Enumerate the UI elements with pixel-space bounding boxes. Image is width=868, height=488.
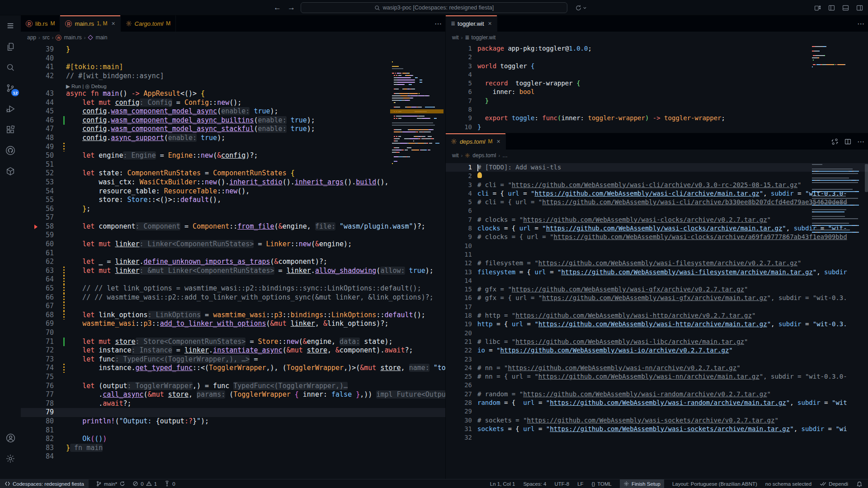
tab-main-rs[interactable]: R main.rs 1, M × [60, 15, 120, 32]
branch-indicator[interactable]: main* [96, 479, 125, 488]
open-changes-icon[interactable] [831, 138, 839, 145]
breadcrumb-item[interactable]: … [502, 152, 508, 159]
breadcrumb: app› src› R main.rs› main [21, 32, 445, 43]
gutter-modified-marker [63, 364, 65, 373]
breadcrumb-item[interactable]: toggler.wit [471, 34, 495, 41]
command-center-search[interactable]: wasip3-poc [Codespaces: redesigned fiest… [301, 2, 567, 13]
code-line: 13filesystem = { url = "https://github.c… [446, 268, 868, 277]
split-editor-icon[interactable] [844, 138, 852, 145]
toggle-sidebar-icon[interactable] [828, 4, 835, 12]
problems-indicator[interactable]: 0 1 [132, 479, 157, 488]
gutter-added-marker [63, 338, 65, 347]
minimap[interactable] [392, 61, 443, 287]
code-line: 1# [TODO]: Add wasi-tls [446, 163, 868, 172]
toggle-secondary-sidebar-icon[interactable] [856, 4, 863, 12]
close-icon[interactable]: × [488, 20, 492, 27]
sync-icon[interactable] [119, 481, 125, 487]
code-line: 83} fn main [21, 444, 445, 453]
tab-lib-rs[interactable]: R lib.rs M [21, 15, 60, 32]
code-line: 53 wasi_ctx: WasiCtxBuilder::new().inher… [21, 178, 445, 187]
breadcrumb-item[interactable]: wit [452, 34, 459, 41]
scrollbar[interactable] [865, 164, 868, 192]
indentation[interactable]: Spaces: 4 [523, 479, 546, 488]
code-line: 42// #[wit_bindgen::async] [21, 72, 445, 81]
rust-icon: R [65, 20, 72, 27]
editor-actions-more-icon[interactable]: ⋯ [434, 19, 442, 28]
code-line: 32 [446, 433, 868, 442]
close-icon[interactable]: × [496, 138, 500, 145]
minimap[interactable] [812, 164, 866, 236]
breadcrumb-item[interactable]: main [95, 34, 107, 41]
breadcrumb-item[interactable]: app [27, 34, 36, 41]
account-button[interactable] [0, 427, 21, 448]
sidebar-item-extensions[interactable] [0, 119, 21, 140]
code-line: 52 let state: ComponentRunStates = Compo… [21, 169, 445, 178]
schema-indicator[interactable]: no schema selected [765, 479, 811, 488]
code-line: 80 println!("Output: {output:?}"); [21, 417, 445, 426]
double-check-icon [820, 481, 826, 487]
breadcrumb-item[interactable]: deps.toml [472, 152, 496, 159]
editor-group-main: R lib.rs M R main.rs 1, M × Cargo.toml M… [21, 15, 446, 479]
codelens-link[interactable]: ◎ Debug [85, 84, 107, 89]
gutter-arrow-marker [34, 225, 38, 229]
sidebar-item-remote-explorer[interactable] [0, 161, 21, 182]
sidebar-item-search[interactable] [0, 57, 21, 78]
code-line: 72 let instance: Instance = linker.insta… [21, 346, 445, 355]
language-mode[interactable]: {} TOML [592, 479, 612, 488]
tab-deps-toml[interactable]: deps.toml M × [446, 133, 506, 150]
codelens-link[interactable]: ▶ Run [66, 84, 81, 89]
settings-button[interactable] [0, 448, 21, 469]
breadcrumb-item[interactable]: main.rs [64, 34, 81, 41]
wit-file-icon: ≣ [451, 20, 455, 27]
sidebar-item-source-control[interactable]: 12 [0, 78, 21, 99]
sidebar-item-github[interactable] [0, 140, 21, 161]
code-line: 49 [21, 143, 445, 152]
minimap[interactable] [812, 46, 866, 69]
code-line: 59 [21, 231, 445, 240]
close-icon[interactable]: × [111, 20, 115, 27]
toggle-panel-icon[interactable] [842, 4, 849, 12]
codelens[interactable]: ▶ Run | ◎ Debug [21, 80, 445, 89]
radio-tower-icon [164, 481, 170, 487]
code-editor-deps-toml[interactable]: 1# [TODO]: Add wasi-tls23# cli = "https:… [446, 161, 868, 479]
menu-button[interactable] [0, 15, 21, 36]
eol-sequence[interactable]: LF [577, 479, 583, 488]
code-editor-toggler-wit[interactable]: 1package app-pkg:toggler@1.0.0;2 3world … [446, 43, 868, 133]
breadcrumb-item[interactable]: wit [452, 152, 459, 159]
code-line: 23 [446, 355, 868, 364]
tab-toggler-wit[interactable]: ≣ toggler.wit × [446, 15, 497, 32]
sidebar-item-explorer[interactable] [0, 36, 21, 57]
codespaces-sync-icon[interactable] [575, 0, 587, 15]
tab-label: toggler.wit [458, 20, 484, 27]
finish-setup-button[interactable]: Finish Setup [620, 479, 664, 488]
code-line: 40 [21, 54, 445, 63]
tab-cargo-toml[interactable]: Cargo.toml M [121, 15, 176, 32]
nav-forward-icon[interactable]: → [288, 3, 295, 12]
editor-actions-more-icon[interactable]: ⋯ [857, 137, 864, 146]
cursor-position[interactable]: Ln 1, Col 1 [490, 479, 515, 488]
remote-indicator[interactable]: Codespaces: redesigned fiesta [0, 479, 89, 488]
code-editor-main-rs[interactable]: 39}40 41#[tokio::main]42// #[wit_bindgen… [21, 43, 445, 477]
dependi-indicator[interactable]: Dependi [820, 479, 848, 488]
code-line: 74 instance.get_typed_func::<(TogglerWra… [21, 364, 445, 373]
code-line: 43async fn main() -> AppResult<()> { [21, 89, 445, 99]
code-line: 75 [21, 373, 445, 382]
ports-indicator[interactable]: 0 [164, 479, 175, 488]
customize-layout-icon[interactable] [814, 4, 821, 12]
code-line: 73 let func: TypedFunc<(TogglerWrapper,)… [21, 355, 445, 364]
sidebar-item-run-debug[interactable] [0, 99, 21, 119]
code-line: 77 .call_async(&mut store, params: (Togg… [21, 390, 445, 399]
activity-bar: 12 [0, 15, 21, 479]
notifications-bell-icon[interactable] [856, 481, 863, 487]
github-icon [5, 145, 16, 156]
lightbulb-icon[interactable] [477, 172, 482, 178]
breadcrumb-item[interactable]: src [42, 34, 50, 41]
code-line: 24# nn = "https://github.com/WebAssembly… [446, 364, 868, 372]
code-line: 69 wasmtime_wasi::p3::add_to_linker_with… [21, 319, 445, 328]
encoding[interactable]: UTF-8 [555, 479, 570, 488]
editor-actions-more-icon[interactable]: ⋯ [857, 19, 864, 28]
keyboard-layout[interactable]: Layout: Portuguese (Brazilian ABNT) [672, 479, 757, 488]
code-line: 1package app-pkg:toggler@1.0.0; [446, 44, 868, 53]
nav-back-icon[interactable]: ← [274, 3, 281, 12]
code-line: 4 [446, 70, 868, 79]
